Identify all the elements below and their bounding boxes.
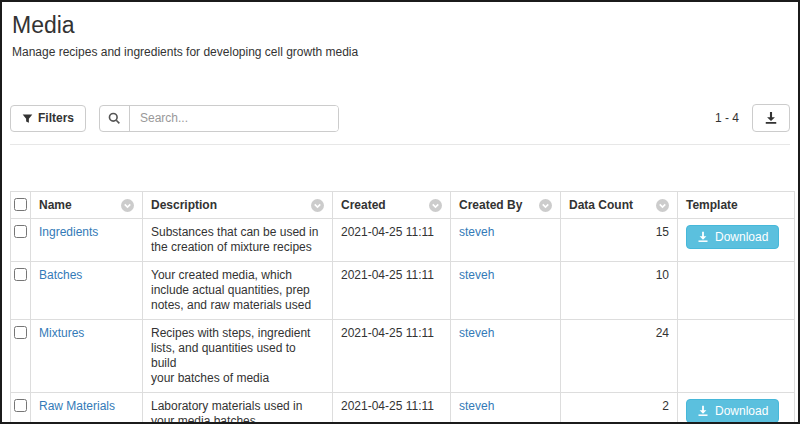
search-input[interactable] — [130, 106, 338, 131]
select-all-checkbox[interactable] — [14, 198, 27, 211]
column-header-label: Created By — [459, 198, 522, 212]
row-created-by-cell: steveh — [451, 219, 561, 262]
row-name-cell: Mixtures — [31, 320, 143, 393]
sort-icon[interactable] — [311, 199, 324, 212]
export-button[interactable] — [752, 104, 790, 132]
row-created: 2021-04-25 11:11 — [333, 219, 451, 262]
column-header-template: Template — [678, 192, 795, 219]
row-template-cell — [678, 262, 795, 320]
row-name-link[interactable]: Ingredients — [39, 225, 98, 239]
column-header-label: Template — [686, 198, 738, 212]
row-description: Your created media, which include actual… — [143, 262, 333, 320]
row-template-cell — [678, 320, 795, 393]
row-name-link[interactable]: Batches — [39, 268, 82, 282]
column-header-created_by[interactable]: Created By — [451, 192, 561, 219]
row-checkbox-cell — [11, 219, 31, 262]
search-group — [99, 105, 339, 132]
row-download-button[interactable]: Download — [686, 399, 779, 423]
column-header-label: Created — [341, 198, 386, 212]
row-data-count: 15 — [561, 219, 678, 262]
sort-icon[interactable] — [121, 199, 134, 212]
row-template-cell: Download — [678, 393, 795, 424]
row-checkbox[interactable] — [14, 326, 27, 339]
pagination-range: 1 - 4 — [715, 111, 739, 125]
row-created-by-link[interactable]: steveh — [459, 326, 494, 340]
column-header-label: Name — [39, 198, 72, 212]
row-created: 2021-04-25 11:11 — [333, 262, 451, 320]
row-checkbox[interactable] — [14, 268, 27, 281]
funnel-icon — [22, 113, 33, 124]
table-row: MixturesRecipes with steps, ingredient l… — [11, 320, 795, 393]
page-title: Media — [12, 12, 790, 38]
filters-button[interactable]: Filters — [10, 105, 86, 132]
row-created: 2021-04-25 11:11 — [333, 320, 451, 393]
row-name-link[interactable]: Raw Materials — [39, 399, 115, 413]
row-created-by-cell: steveh — [451, 393, 561, 424]
column-header-description[interactable]: Description — [143, 192, 333, 219]
row-download-button[interactable]: Download — [686, 225, 779, 249]
row-created-by-link[interactable]: steveh — [459, 225, 494, 239]
row-checkbox[interactable] — [14, 399, 27, 412]
download-icon — [697, 405, 709, 417]
column-header-label: Description — [151, 198, 217, 212]
media-table: NameDescriptionCreatedCreated ByData Cou… — [10, 191, 795, 424]
row-name-link[interactable]: Mixtures — [39, 326, 84, 340]
row-description: Laboratory materials used in your media … — [143, 393, 333, 424]
row-data-count: 24 — [561, 320, 678, 393]
row-checkbox-cell — [11, 320, 31, 393]
table-row: IngredientsSubstances that can be used i… — [11, 219, 795, 262]
column-header-data_count[interactable]: Data Count — [561, 192, 678, 219]
row-data-count: 2 — [561, 393, 678, 424]
row-description: Substances that can be used in the creat… — [143, 219, 333, 262]
row-created-by-link[interactable]: steveh — [459, 399, 494, 413]
sort-icon[interactable] — [539, 199, 552, 212]
row-description: Recipes with steps, ingredient lists, an… — [143, 320, 333, 393]
toolbar: Filters 1 - 4 — [10, 104, 790, 132]
row-data-count: 10 — [561, 262, 678, 320]
column-header-name[interactable]: Name — [31, 192, 143, 219]
select-all-header — [11, 192, 31, 219]
row-name-cell: Raw Materials — [31, 393, 143, 424]
filters-button-label: Filters — [38, 111, 74, 125]
table-header: NameDescriptionCreatedCreated ByData Cou… — [11, 192, 795, 219]
sort-icon[interactable] — [429, 199, 442, 212]
row-created-by-cell: steveh — [451, 262, 561, 320]
table-row: Raw MaterialsLaboratory materials used i… — [11, 393, 795, 424]
table-row: BatchesYour created media, which include… — [11, 262, 795, 320]
row-checkbox[interactable] — [14, 225, 27, 238]
row-created: 2021-04-25 11:11 — [333, 393, 451, 424]
download-button-label: Download — [715, 230, 768, 244]
divider — [10, 144, 790, 145]
column-header-label: Data Count — [569, 198, 633, 212]
page-subtitle: Manage recipes and ingredients for devel… — [12, 45, 790, 59]
magnifier-icon — [100, 106, 130, 131]
download-icon — [697, 231, 709, 243]
column-header-created[interactable]: Created — [333, 192, 451, 219]
media-page: Media Manage recipes and ingredients for… — [2, 2, 798, 424]
table-header-row: NameDescriptionCreatedCreated ByData Cou… — [11, 192, 795, 219]
row-name-cell: Batches — [31, 262, 143, 320]
download-button-label: Download — [715, 404, 768, 418]
download-icon — [764, 111, 778, 125]
row-checkbox-cell — [11, 393, 31, 424]
row-template-cell: Download — [678, 219, 795, 262]
sort-icon[interactable] — [656, 199, 669, 212]
row-checkbox-cell — [11, 262, 31, 320]
row-name-cell: Ingredients — [31, 219, 143, 262]
table-body: IngredientsSubstances that can be used i… — [11, 219, 795, 424]
row-created-by-link[interactable]: steveh — [459, 268, 494, 282]
row-created-by-cell: steveh — [451, 320, 561, 393]
